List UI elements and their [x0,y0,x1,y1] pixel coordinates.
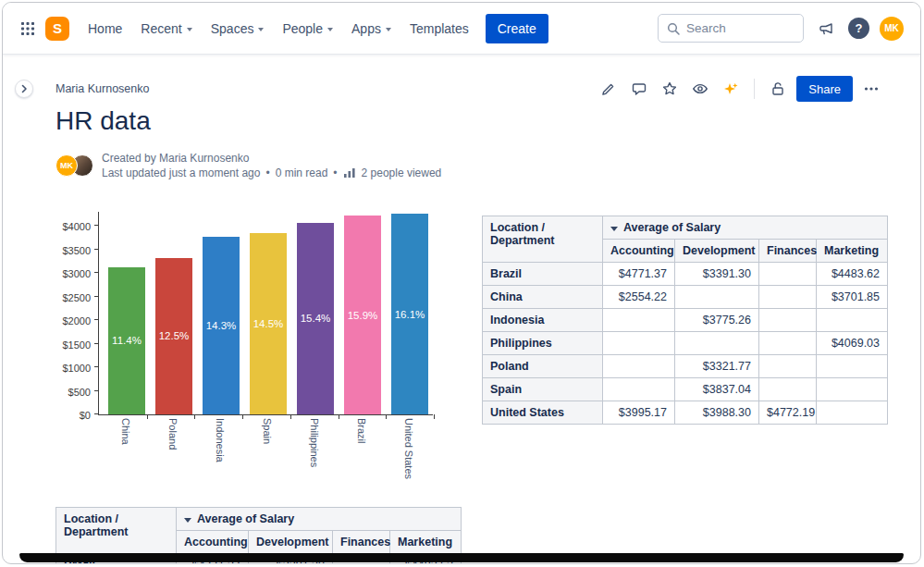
y-axis-tick-label: $4000 [62,221,91,232]
table-group-header[interactable]: Average of Salary [177,508,462,531]
nav-item-templates[interactable]: Templates [400,15,478,43]
bar-percentage-label: 11.4% [112,335,142,346]
x-axis-category-text: Philippines [309,418,320,479]
column-header-accounting: Accounting [603,240,675,263]
nav-item-home[interactable]: Home [79,15,131,43]
unlock-icon[interactable] [766,77,790,101]
read-time-text: 0 min read [276,166,328,180]
nav-item-label: Recent [141,21,181,36]
analytics-icon [343,167,356,179]
chevron-down-icon [258,28,264,31]
salary-cell [603,355,675,378]
y-axis-tick-label: $1500 [62,339,91,351]
salary-cell [817,378,888,401]
table-row: Indonesia$3775.26 [483,309,888,332]
x-axis-category-text: United States [403,418,414,479]
table-group-header[interactable]: Average of Salary [603,216,888,240]
byline: MK Created by Maria Kurnosenko Last upda… [55,151,441,180]
breadcrumb[interactable]: Maria Kurnosenko [55,82,149,95]
salary-cell [759,355,817,378]
x-axis-tick-mark [147,414,148,419]
chart-bar-brazil: 15.9% [344,216,381,414]
chart-bar-indonesia: 14.3% [203,237,240,415]
chart-x-labels: ChinaPolandIndonesiaSpainPhilippinesBraz… [98,418,433,479]
row-label-poland: Poland [483,355,603,378]
create-button[interactable]: Create [486,14,548,43]
comment-icon[interactable] [627,77,651,101]
star-icon[interactable] [658,77,682,101]
bar-percentage-label: 14.5% [253,318,284,329]
profile-avatar[interactable]: MK [880,17,904,41]
salary-cell [759,332,817,355]
x-axis-category-text: Brazil [356,418,367,479]
y-axis-tick-mark [94,225,99,226]
salary-cell [603,309,675,332]
product-logo[interactable]: S [45,17,69,41]
byline-meta: Last updated just a moment ago • 0 min r… [102,166,441,180]
pivot-table: Location /DepartmentAverage of SalaryAcc… [482,216,888,425]
y-axis-tick-label: $2500 [62,292,91,303]
search-box[interactable] [658,14,804,43]
search-input[interactable] [686,21,790,35]
premium-sparkle-icon[interactable] [719,77,743,101]
salary-cell: $3391.30 [675,263,759,286]
page-title: HR data [55,106,151,136]
more-actions-icon[interactable] [859,77,883,101]
chart-plot-row: $0$500$1000$1500$2000$2500$3000$3500$400… [55,212,433,415]
author-avatar[interactable]: MK [55,154,78,177]
salary-cell: $2554.22 [603,286,675,309]
navbar-right: ? MK [658,14,904,43]
watch-eye-icon[interactable] [688,77,712,101]
help-icon[interactable]: ? [848,18,869,39]
dot-separator: • [265,166,269,180]
x-axis-category-label: United States [390,418,427,479]
salary-cell: $4069.03 [817,332,888,355]
salary-cell: $4772.19 [759,401,817,425]
page-content: Maria Kurnosenko [3,55,920,563]
navbar-left: S HomeRecentSpacesPeopleAppsTemplates Cr… [14,14,548,43]
salary-cell [603,378,675,401]
nav-item-spaces[interactable]: Spaces [202,15,274,43]
x-axis-category-label: Indonesia [202,418,239,479]
nav-item-people[interactable]: People [273,15,342,43]
table-row: United States$3995.17$3988.30$4772.19 [483,401,888,425]
salary-cell [817,355,888,378]
people-viewed-link[interactable]: 2 people viewed [362,166,442,180]
group-header-label: Average of Salary [623,221,721,234]
y-axis-tick-mark [94,296,99,297]
bar-percentage-label: 12.5% [159,330,190,341]
bar-percentage-label: 14.3% [206,320,237,331]
salary-cell [759,378,817,401]
table-row: Philippines$4069.03 [483,332,888,355]
window-bottom-bar [19,553,904,562]
chevron-down-icon [187,28,192,31]
announcement-icon[interactable] [814,17,838,41]
nav-item-apps[interactable]: Apps [342,15,400,43]
x-axis-category-label: China [107,418,144,479]
sidebar-expand-button[interactable] [15,80,33,98]
row-label-china: China [483,286,603,309]
salary-cell: $4771.37 [603,263,675,286]
x-axis-tick-mark [290,414,291,419]
salary-cell [817,309,888,332]
salary-cell: $3837.04 [675,378,759,401]
x-axis-category-label: Poland [154,418,191,479]
salary-cell [603,332,675,355]
share-button[interactable]: Share [796,76,853,102]
edit-icon[interactable] [597,77,621,101]
y-axis-tick-mark [94,343,99,344]
table-row: Spain$3837.04 [483,378,888,401]
browser-frame: S HomeRecentSpacesPeopleAppsTemplates Cr… [2,2,921,564]
y-axis-tick-label: $0 [80,410,91,421]
chevron-down-icon [386,28,391,31]
x-axis-category-text: Indonesia [215,418,226,479]
nav-item-recent[interactable]: Recent [131,15,201,43]
salary-cell: $3775.26 [675,309,759,332]
column-header-finances: Finances [333,531,390,554]
salary-cell [759,309,817,332]
column-header-marketing: Marketing [390,531,462,554]
byline-text: Created by Maria Kurnosenko Last updated… [102,151,441,180]
nav-item-label: Apps [351,21,381,36]
app-switcher-icon[interactable] [14,15,42,43]
salary-cell [675,332,759,355]
